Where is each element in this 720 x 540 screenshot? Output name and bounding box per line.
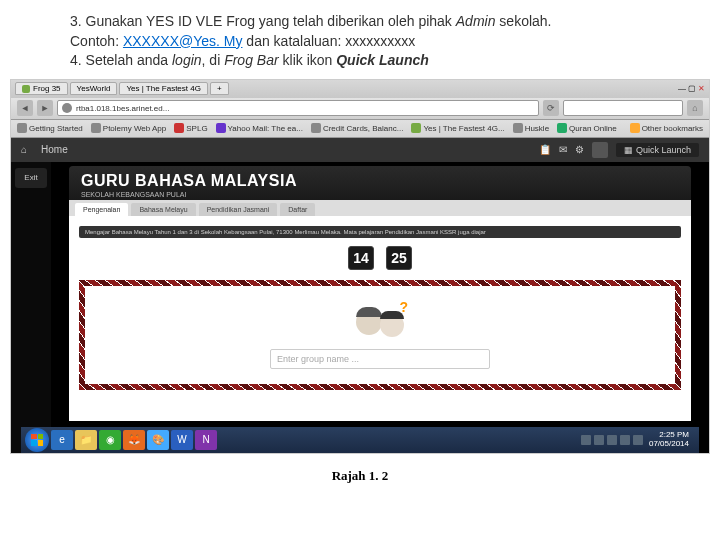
taskbar-explorer-icon[interactable]: 📁	[75, 430, 97, 450]
students-icon: ?	[354, 301, 406, 343]
search-input[interactable]	[563, 100, 683, 116]
clock-hours: 14	[348, 246, 374, 270]
tab-pendidikan-jasmani[interactable]: Pendidikan Jasmani	[199, 203, 278, 216]
new-tab-button[interactable]: +	[210, 82, 229, 95]
taskbar-firefox-icon[interactable]: 🦊	[123, 430, 145, 450]
bookmark-item[interactable]: SPLG	[174, 123, 207, 133]
quick-launch-button[interactable]: ▦Quick Launch	[616, 143, 699, 157]
frog-bar: ⌂ Home 📋 ✉ ⚙ ▦Quick Launch	[11, 138, 709, 162]
browser-tab-strip: Frog 35 YesWorld Yes | The Fastest 4G + …	[11, 80, 709, 98]
page-body: Mengajar Bahasa Melayu Tahun 1 dan 3 di …	[69, 216, 691, 421]
browser-toolbar: ◄ ► rtba1.018.1bes.arinet.ed... ⟳ ⌂	[11, 98, 709, 120]
user-avatar[interactable]	[592, 142, 608, 158]
bookmark-item[interactable]: Yes | The Fastest 4G...	[411, 123, 504, 133]
home-icon[interactable]: ⌂	[21, 144, 27, 155]
tab-daftar[interactable]: Daftar	[280, 203, 315, 216]
bookmark-item[interactable]: Yahoo Mail: The ea...	[216, 123, 303, 133]
url-input[interactable]: rtba1.018.1bes.arinet.ed...	[57, 100, 539, 116]
assignments-icon[interactable]: 📋	[539, 144, 551, 155]
bookmark-item[interactable]: Getting Started	[17, 123, 83, 133]
messages-icon[interactable]: ✉	[559, 144, 567, 155]
instruction-text: 3. Gunakan YES ID VLE Frog yang telah di…	[0, 0, 720, 79]
group-widget: ? Enter group name ...	[79, 280, 681, 390]
maximize-icon[interactable]: ▢	[688, 84, 696, 93]
taskbar-paint-icon[interactable]: 🎨	[147, 430, 169, 450]
tab-bahasa-melayu[interactable]: Bahasa Melayu	[131, 203, 195, 216]
lesson-description: Mengajar Bahasa Melayu Tahun 1 dan 3 di …	[79, 226, 681, 238]
page-header: GURU BAHASA MALAYSIA SEKOLAH KEBANGSAAN …	[69, 166, 691, 200]
back-button[interactable]: ◄	[17, 100, 33, 116]
minimize-icon[interactable]: —	[678, 84, 686, 93]
bookmark-item[interactable]: Quran Online	[557, 123, 617, 133]
group-name-input[interactable]: Enter group name ...	[270, 349, 490, 369]
browser-window: Frog 35 YesWorld Yes | The Fastest 4G + …	[10, 79, 710, 454]
example-email-link[interactable]: XXXXXX@Yes. My	[123, 33, 243, 49]
bookmark-item[interactable]: Huskle	[513, 123, 549, 133]
tray-date: 07/05/2014	[649, 440, 689, 449]
taskbar-ie-icon[interactable]: e	[51, 430, 73, 450]
windows-taskbar: e 📁 ◉ 🦊 🎨 W N 2:25 PM 07/05/2014	[21, 427, 699, 453]
bookmark-item[interactable]: Ptolemy Web App	[91, 123, 166, 133]
figure-caption: Rajah 1. 2	[0, 468, 720, 484]
home-icon[interactable]: ⌂	[687, 100, 703, 116]
browser-tab[interactable]: Yes | The Fastest 4G	[119, 82, 208, 95]
settings-icon[interactable]: ⚙	[575, 144, 584, 155]
browser-tab[interactable]: YesWorld	[70, 82, 118, 95]
taskbar-chrome-icon[interactable]: ◉	[99, 430, 121, 450]
system-tray[interactable]: 2:25 PM 07/05/2014	[581, 431, 695, 449]
page-subtitle: SEKOLAH KEBANGSAAN PULAI	[81, 191, 679, 198]
bookmarks-bar: Getting Started Ptolemy Web App SPLG Yah…	[11, 120, 709, 138]
exit-button[interactable]: Exit	[15, 168, 47, 188]
browser-tab[interactable]: Frog 35	[15, 82, 68, 95]
start-button[interactable]	[25, 428, 49, 452]
page-title: GURU BAHASA MALAYSIA	[81, 172, 679, 190]
forward-button[interactable]: ►	[37, 100, 53, 116]
taskbar-onenote-icon[interactable]: N	[195, 430, 217, 450]
frog-home-label[interactable]: Home	[41, 144, 68, 155]
taskbar-word-icon[interactable]: W	[171, 430, 193, 450]
reload-icon[interactable]: ⟳	[543, 100, 559, 116]
page-sidebar: Exit	[11, 162, 51, 454]
bookmark-item[interactable]: Credit Cards, Balanc...	[311, 123, 403, 133]
clock-minutes: 25	[386, 246, 412, 270]
other-bookmarks[interactable]: Other bookmarks	[630, 123, 703, 133]
tab-pengenalan[interactable]: Pengenalan	[75, 203, 128, 216]
close-icon[interactable]: ✕	[698, 84, 705, 93]
page-tabs: Pengenalan Bahasa Melayu Pendidikan Jasm…	[69, 200, 691, 216]
clock-widget: 14 25	[79, 246, 681, 270]
